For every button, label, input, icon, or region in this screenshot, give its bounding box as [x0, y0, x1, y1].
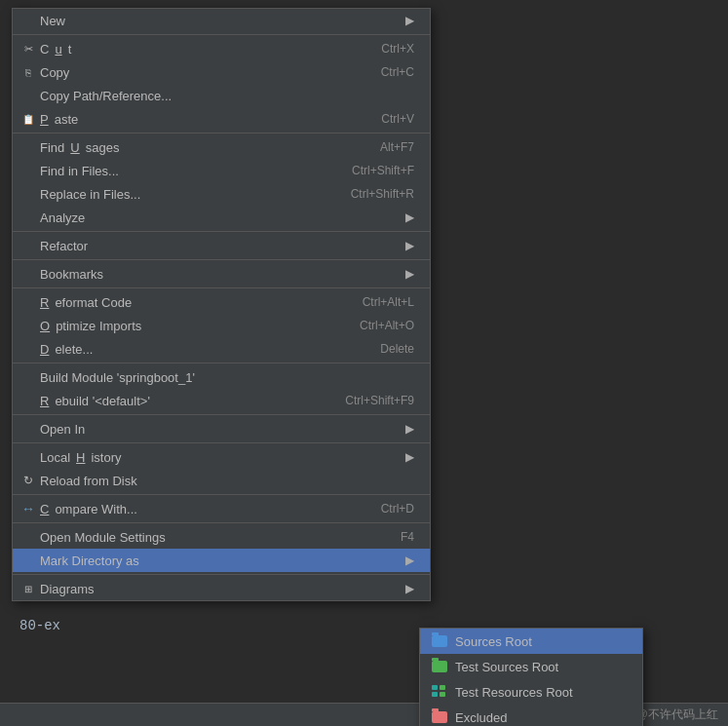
menu-label-optimize: Optimize Imports — [40, 319, 330, 333]
menu-label-reformat: Reformat Code — [40, 295, 333, 310]
svg-rect-1 — [440, 685, 445, 690]
submenu-item-test-sources[interactable]: Test Sources Root — [420, 654, 642, 679]
menu-label-find-usages: Find Usages — [40, 140, 351, 155]
menu-label-module-settings: Open Module Settings — [40, 530, 371, 545]
menu-item-optimize[interactable]: Optimize Imports Ctrl+Alt+O — [13, 314, 430, 337]
menu-item-cut[interactable]: ✂ Cut Ctrl+X — [13, 37, 430, 60]
menu-label-find-files: Find in Files... — [40, 164, 323, 178]
submenu-label-excluded: Excluded — [455, 710, 507, 725]
menu-label-build-module: Build Module 'springboot_1' — [40, 370, 414, 385]
menu-label-cut: Cut — [40, 42, 352, 57]
arrow-icon-mark-directory: ▶ — [405, 554, 414, 567]
shortcut-optimize: Ctrl+Alt+O — [360, 319, 414, 332]
separator-8 — [13, 494, 430, 495]
menu-item-local-history[interactable]: Local History ▶ — [13, 445, 430, 469]
arrow-icon-local-history: ▶ — [405, 450, 414, 464]
diagrams-icon: ⊞ — [20, 581, 36, 596]
arrow-icon-diagrams: ▶ — [405, 582, 414, 595]
separator-7 — [13, 442, 430, 443]
menu-item-copy-path[interactable]: Copy Path/Reference... — [13, 84, 430, 107]
menu-item-reformat[interactable]: Reformat Code Ctrl+Alt+L — [13, 290, 430, 314]
separator-6 — [13, 414, 430, 415]
menu-label-copy: Copy — [40, 65, 352, 80]
shortcut-delete: Delete — [380, 342, 414, 356]
menu-label-mark-directory: Mark Directory as — [40, 554, 396, 568]
test-resources-icon — [432, 685, 447, 699]
svg-rect-2 — [432, 692, 438, 697]
arrow-icon-refactor: ▶ — [405, 239, 414, 252]
menu-label-rebuild: Rebuild '<default>' — [40, 394, 316, 408]
menu-item-reload[interactable]: ↻ Reload from Disk — [13, 469, 430, 492]
separator-4 — [13, 287, 430, 288]
menu-label-open-in: Open In — [40, 422, 396, 437]
menu-item-copy[interactable]: ⎘ Copy Ctrl+C — [13, 60, 430, 84]
submenu-mark-directory: Sources Root Test Sources Root Test Reso… — [419, 628, 643, 726]
menu-label-delete: Delete... — [40, 342, 351, 357]
menu-item-open-in[interactable]: Open In ▶ — [13, 417, 430, 440]
submenu-item-sources-root[interactable]: Sources Root — [420, 629, 642, 654]
menu-item-find-usages[interactable]: Find Usages Alt+F7 — [13, 135, 430, 159]
submenu-item-excluded[interactable]: Excluded — [420, 705, 642, 726]
menu-label-compare: Compare With... — [40, 502, 352, 516]
arrow-icon-bookmarks: ▶ — [405, 267, 414, 281]
shortcut-find-usages: Alt+F7 — [380, 140, 414, 154]
menu-item-refactor[interactable]: Refactor ▶ — [13, 234, 430, 257]
menu-item-delete[interactable]: Delete... Delete — [13, 337, 430, 361]
menu-label-replace-files: Replace in Files... — [40, 187, 322, 202]
separator-9 — [13, 522, 430, 523]
submenu-item-test-resources[interactable]: Test Resources Root — [420, 679, 642, 705]
menu-label-new: New — [40, 14, 396, 28]
menu-item-replace-files[interactable]: Replace in Files... Ctrl+Shift+R — [13, 182, 430, 206]
submenu-label-test-resources: Test Resources Root — [455, 685, 573, 700]
shortcut-compare: Ctrl+D — [381, 502, 414, 516]
menu-item-build-module[interactable]: Build Module 'springboot_1' — [13, 365, 430, 389]
shortcut-find-files: Ctrl+Shift+F — [352, 164, 414, 177]
reload-icon: ↻ — [20, 473, 36, 488]
shortcut-rebuild: Ctrl+Shift+F9 — [345, 394, 414, 407]
menu-label-local-history: Local History — [40, 450, 396, 465]
submenu-label-test-sources: Test Sources Root — [455, 660, 558, 674]
context-menu: New ▶ ✂ Cut Ctrl+X ⎘ Copy Ctrl+C Copy Pa… — [12, 8, 431, 601]
shortcut-replace-files: Ctrl+Shift+R — [351, 187, 414, 201]
menu-label-diagrams: Diagrams — [40, 582, 396, 596]
menu-item-bookmarks[interactable]: Bookmarks ▶ — [13, 262, 430, 286]
menu-item-mark-directory[interactable]: Mark Directory as ▶ — [13, 549, 430, 572]
separator-5 — [13, 363, 430, 363]
menu-label-refactor: Refactor — [40, 239, 396, 253]
arrow-icon-analyze: ▶ — [405, 210, 414, 224]
separator-10 — [13, 574, 430, 575]
separator-1 — [13, 133, 430, 134]
menu-label-reload: Reload from Disk — [40, 474, 414, 488]
menu-item-compare[interactable]: ↔ Compare With... Ctrl+D — [13, 497, 430, 520]
compare-icon: ↔ — [20, 501, 36, 516]
menu-item-analyze[interactable]: Analyze ▶ — [13, 206, 430, 229]
submenu-label-sources-root: Sources Root — [455, 634, 532, 649]
menu-label-bookmarks: Bookmarks — [40, 267, 396, 282]
cut-icon: ✂ — [20, 41, 36, 57]
separator-2 — [13, 231, 430, 232]
sources-root-icon — [432, 635, 447, 647]
shortcut-cut: Ctrl+X — [381, 42, 414, 56]
menu-label-analyze: Analyze — [40, 210, 396, 225]
separator-0 — [13, 34, 430, 35]
shortcut-copy: Ctrl+C — [381, 65, 414, 79]
menu-item-rebuild[interactable]: Rebuild '<default>' Ctrl+Shift+F9 — [13, 389, 430, 412]
menu-item-new[interactable]: New ▶ — [13, 9, 430, 32]
separator-3 — [13, 259, 430, 260]
excluded-icon — [432, 711, 447, 723]
menu-label-copy-path: Copy Path/Reference... — [40, 89, 414, 103]
arrow-icon-open-in: ▶ — [405, 422, 414, 436]
arrow-icon-new: ▶ — [405, 14, 414, 27]
copy-icon: ⎘ — [20, 64, 36, 80]
menu-item-paste[interactable]: 📋 Paste Ctrl+V — [13, 107, 430, 131]
svg-rect-3 — [440, 692, 445, 697]
shortcut-paste: Ctrl+V — [381, 112, 414, 126]
menu-item-module-settings[interactable]: Open Module Settings F4 — [13, 525, 430, 549]
menu-label-paste: Paste — [40, 112, 352, 127]
test-sources-icon — [432, 661, 447, 672]
svg-rect-0 — [432, 685, 438, 690]
shortcut-reformat: Ctrl+Alt+L — [363, 295, 414, 309]
paste-icon: 📋 — [20, 111, 36, 127]
menu-item-diagrams[interactable]: ⊞ Diagrams ▶ — [13, 577, 430, 600]
menu-item-find-files[interactable]: Find in Files... Ctrl+Shift+F — [13, 159, 430, 182]
